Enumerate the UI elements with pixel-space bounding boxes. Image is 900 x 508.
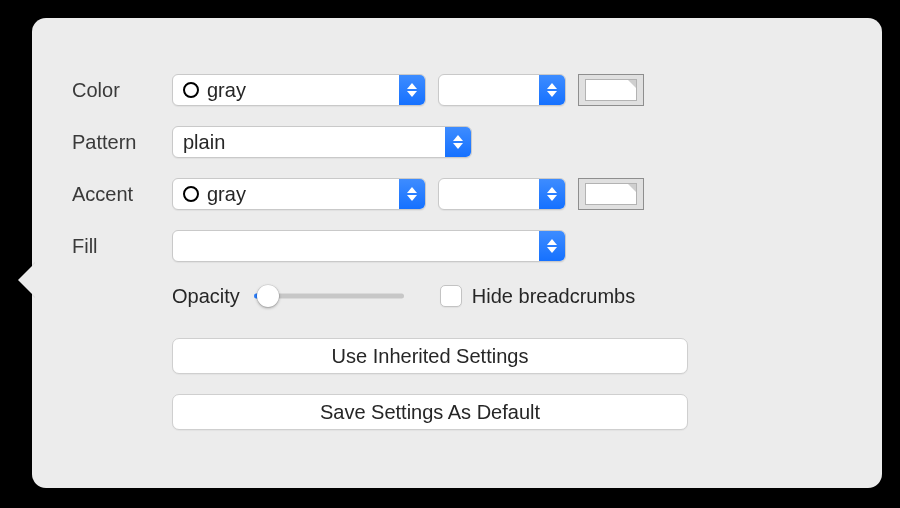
fill-select[interactable] [172,230,566,262]
use-inherited-label: Use Inherited Settings [332,345,529,368]
accent-row: Accent gray [72,178,842,210]
content-area: Color gray [32,18,882,430]
pattern-value: plain [183,131,225,154]
stepper-icon [539,74,565,106]
color-sub-select[interactable] [438,74,566,106]
save-default-button[interactable]: Save Settings As Default [172,394,688,430]
accent-label: Accent [72,183,172,206]
color-main-value: gray [207,79,246,102]
popover-arrow [18,262,36,298]
accent-swatch[interactable] [578,178,644,210]
opacity-row: Opacity Hide breadcrumbs [172,282,842,310]
hide-breadcrumbs-label: Hide breadcrumbs [472,285,635,308]
swatch-inner [585,79,637,101]
pattern-row: Pattern plain [72,126,842,158]
pattern-select[interactable]: plain [172,126,472,158]
save-default-label: Save Settings As Default [320,401,540,424]
stepper-icon [539,178,565,210]
color-swatch[interactable] [578,74,644,106]
opacity-slider[interactable] [254,282,404,310]
circle-icon [183,186,199,202]
stepper-icon [539,230,565,262]
opacity-label: Opacity [172,285,240,308]
use-inherited-button[interactable]: Use Inherited Settings [172,338,688,374]
accent-sub-select[interactable] [438,178,566,210]
fill-row: Fill [72,230,842,262]
hide-breadcrumbs-checkbox[interactable]: Hide breadcrumbs [440,285,635,308]
color-main-select[interactable]: gray [172,74,426,106]
stepper-icon [399,74,425,106]
stepper-icon [445,126,471,158]
circle-icon [183,82,199,98]
accent-main-value: gray [207,183,246,206]
swatch-inner [585,183,637,205]
accent-main-select[interactable]: gray [172,178,426,210]
color-controls: gray [172,74,644,106]
fill-label: Fill [72,235,172,258]
stepper-icon [399,178,425,210]
color-row: Color gray [72,74,842,106]
slider-knob [257,285,279,307]
settings-popover: Color gray [32,18,882,488]
checkbox-box [440,285,462,307]
color-label: Color [72,79,172,102]
pattern-label: Pattern [72,131,172,154]
